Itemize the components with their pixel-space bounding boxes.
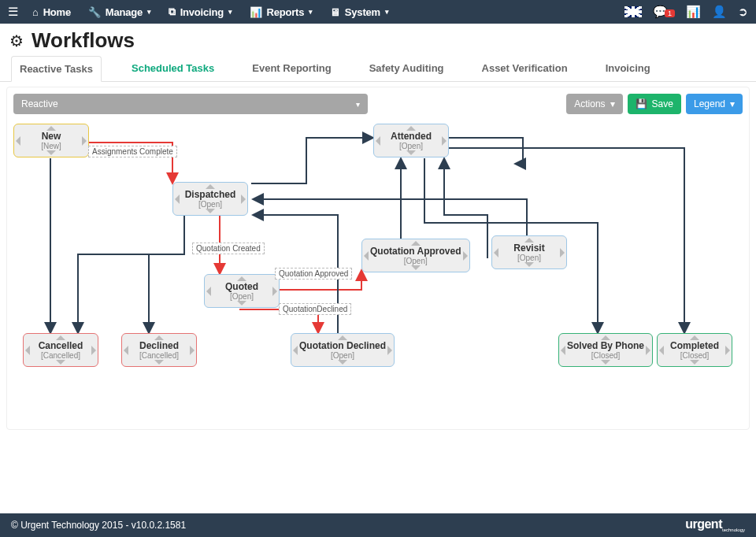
- node-quotation-declined[interactable]: Quotation Declined [Open]: [291, 333, 395, 367]
- user-icon[interactable]: 👤: [712, 5, 727, 19]
- tab-label: Safety Auditing: [369, 62, 444, 74]
- tab-scheduled-tasks[interactable]: Scheduled Tasks: [124, 56, 222, 81]
- footer-bar: © Urgent Technology 2015 - v10.0.2.1581 …: [0, 513, 756, 537]
- node-title: Declined: [130, 340, 188, 351]
- node-title: Quotation Declined: [299, 340, 386, 351]
- nav-invoicing[interactable]: ⧉ Invoicing ▾: [169, 6, 232, 18]
- node-title: New: [22, 131, 80, 142]
- node-sub: [Open]: [370, 257, 461, 265]
- chevron-down-icon: ▾: [385, 8, 389, 16]
- button-label: Save: [652, 98, 673, 109]
- node-cancelled[interactable]: Cancelled [Cancelled]: [23, 333, 98, 367]
- node-revisit[interactable]: Revisit [Open]: [491, 235, 567, 269]
- tab-reactive-tasks[interactable]: Reactive Tasks: [11, 56, 102, 82]
- wrench-icon: 🔧: [88, 6, 101, 18]
- tab-event-reporting[interactable]: Event Reporting: [244, 56, 339, 81]
- nav-label: Reports: [267, 6, 305, 18]
- hamburger-icon[interactable]: ☰: [8, 5, 18, 19]
- node-attended[interactable]: Attended [Open]: [373, 124, 449, 157]
- tab-asset-verification[interactable]: Asset Verification: [474, 56, 576, 81]
- node-completed[interactable]: Completed [Closed]: [657, 333, 732, 367]
- top-nav: ☰ ⌂ Home 🔧 Manage ▾ ⧉ Invoicing ▾ 📊 Repo…: [0, 0, 756, 24]
- tab-label: Reactive Tasks: [20, 63, 93, 75]
- nav-label: Invoicing: [180, 6, 224, 18]
- canvas-toolbar: Reactive ▾ Actions ▾ 💾 Save Legend ▾: [13, 94, 743, 114]
- copyright: © Urgent Technology 2015 - v10.0.2.1581: [11, 520, 186, 531]
- page-header: ⚙ Workflows: [0, 24, 756, 54]
- node-title: Revisit: [500, 243, 558, 254]
- receipt-icon: ⧉: [169, 6, 176, 18]
- node-dispatched[interactable]: Dispatched [Open]: [172, 182, 248, 216]
- chevron-down-icon: ▾: [610, 98, 615, 109]
- nav-label: Manage: [106, 6, 143, 18]
- node-sub: [Open]: [299, 351, 386, 360]
- node-title: Solved By Phone: [567, 340, 644, 351]
- edge-label-assignments-complete: Assignments Complete: [88, 146, 177, 157]
- save-icon: 💾: [636, 98, 647, 109]
- workflow-edges: [7, 120, 749, 429]
- node-sub: [New]: [22, 142, 80, 150]
- legend-button[interactable]: Legend ▾: [686, 94, 743, 114]
- nav-home[interactable]: ⌂ Home: [32, 6, 71, 18]
- chevron-down-icon: ▾: [228, 8, 232, 16]
- actions-button[interactable]: Actions ▾: [566, 94, 622, 114]
- main-menu: ⌂ Home 🔧 Manage ▾ ⧉ Invoicing ▾ 📊 Report…: [32, 6, 389, 18]
- save-button[interactable]: 💾 Save: [628, 94, 681, 114]
- node-sub: [Open]: [181, 200, 239, 209]
- tab-label: Event Reporting: [252, 62, 331, 74]
- node-solved-by-phone[interactable]: Solved By Phone [Closed]: [558, 333, 653, 367]
- home-icon: ⌂: [32, 6, 39, 18]
- tab-label: Invoicing: [606, 62, 650, 74]
- node-new[interactable]: New [New]: [13, 124, 89, 157]
- node-sub: [Open]: [500, 254, 558, 262]
- node-quotation-approved[interactable]: Quotation Approved [Open]: [361, 239, 470, 272]
- edge-label-quotation-declined: QuotationDeclined: [279, 303, 351, 315]
- edge-label-quotation-approved: Quotation Approved: [275, 268, 352, 280]
- chevron-down-icon: ▾: [356, 100, 360, 109]
- tab-invoicing[interactable]: Invoicing: [598, 56, 658, 81]
- node-sub: [Open]: [382, 142, 440, 150]
- nav-reports[interactable]: 📊 Reports ▾: [250, 6, 313, 18]
- nav-right: 💬1 📊 👤 ➲: [624, 5, 748, 19]
- node-sub: [Cancelled]: [130, 351, 188, 360]
- flag-uk-icon[interactable]: [624, 6, 642, 17]
- node-title: Quoted: [213, 281, 271, 292]
- edge-label-quotation-created: Quotation Created: [192, 243, 265, 254]
- nav-manage[interactable]: 🔧 Manage ▾: [88, 6, 151, 18]
- nav-label: System: [345, 6, 380, 18]
- node-title: Dispatched: [181, 189, 239, 200]
- node-title: Cancelled: [32, 340, 90, 351]
- brand-text: urgent: [685, 517, 722, 531]
- button-label: Legend: [694, 98, 725, 109]
- tab-safety-auditing[interactable]: Safety Auditing: [361, 56, 452, 81]
- nav-system[interactable]: 🖥 System ▾: [330, 6, 389, 18]
- workflow-tabs: Reactive Tasks Scheduled Tasks Event Rep…: [0, 54, 756, 82]
- tab-label: Asset Verification: [482, 62, 568, 74]
- nav-label: Home: [43, 6, 71, 18]
- brand-logo: urgenttechnology: [685, 517, 745, 532]
- page-title: Workflows: [32, 28, 135, 53]
- stats-icon[interactable]: 📊: [686, 5, 701, 19]
- node-sub: [Closed]: [665, 351, 724, 360]
- node-declined[interactable]: Declined [Cancelled]: [121, 333, 197, 367]
- node-sub: [Closed]: [567, 351, 644, 360]
- chevron-down-icon: ▾: [730, 98, 735, 109]
- workflow-canvas[interactable]: New [New] Dispatched [Open] Attended [Op…: [7, 120, 749, 429]
- button-label: Actions: [574, 98, 605, 109]
- monitor-icon: 🖥: [330, 6, 340, 18]
- sliders-icon: ⚙: [9, 31, 24, 50]
- logout-icon[interactable]: ➲: [738, 5, 748, 19]
- notif-badge: 1: [665, 9, 675, 17]
- node-quoted[interactable]: Quoted [Open]: [204, 274, 280, 308]
- node-sub: [Cancelled]: [32, 351, 90, 360]
- node-title: Quotation Approved: [370, 246, 461, 257]
- tab-label: Scheduled Tasks: [132, 62, 214, 74]
- workflow-canvas-panel: Reactive ▾ Actions ▾ 💾 Save Legend ▾: [6, 87, 750, 430]
- chat-icon[interactable]: 💬1: [653, 5, 675, 19]
- chevron-down-icon: ▾: [309, 8, 313, 16]
- chart-icon: 📊: [250, 6, 262, 18]
- node-title: Completed: [665, 340, 724, 351]
- workflow-select[interactable]: Reactive ▾: [13, 94, 368, 114]
- select-value: Reactive: [21, 98, 58, 109]
- chevron-down-icon: ▾: [147, 8, 151, 16]
